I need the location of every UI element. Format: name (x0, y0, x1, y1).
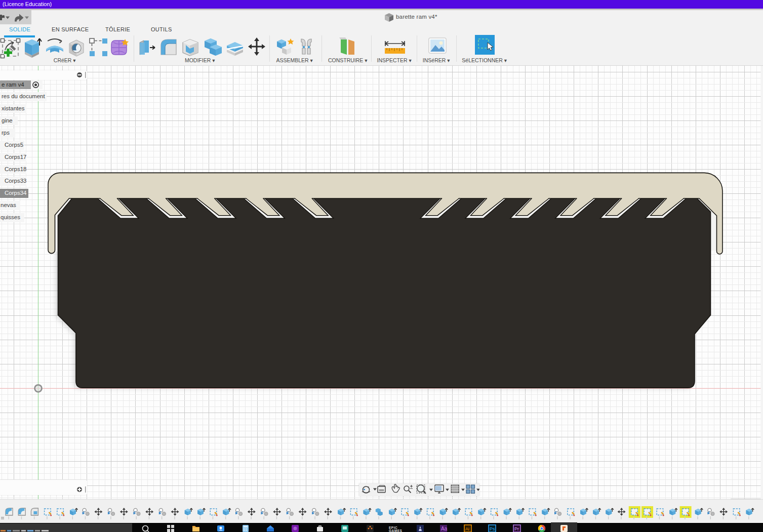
svg-text:Pr: Pr (514, 526, 519, 531)
svg-text:Ps: Ps (490, 526, 495, 531)
svg-text:Aa: Aa (441, 526, 448, 531)
svg-text:Ai: Ai (465, 526, 469, 531)
